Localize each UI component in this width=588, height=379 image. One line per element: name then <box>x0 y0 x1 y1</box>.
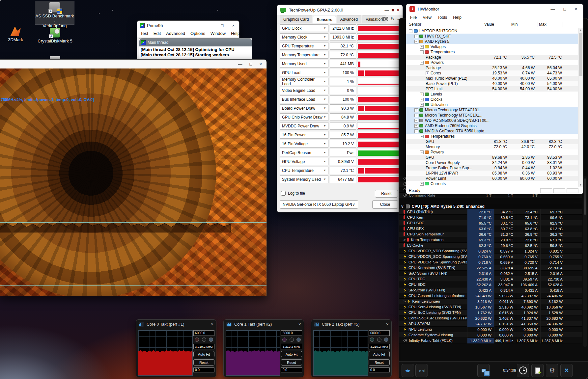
auto-fit-button[interactable]: Auto Fit <box>193 351 214 357</box>
prime95-titlebar[interactable]: P Prime95 — □ × <box>137 21 239 30</box>
restore-icon[interactable]: □ <box>250 62 252 67</box>
core0-titlebar[interactable]: Core 0 Takt (perf #1) × <box>136 320 216 329</box>
hwinfo-row[interactable]: SR-Strom (SVI3 TFN)0.423 A0.314 A0.431 A… <box>399 287 582 293</box>
tree-row[interactable]: Package72.1 °C36.5 °C72.5 °C <box>406 55 578 60</box>
hwinfo-row[interactable]: CPU TDC22.430 A3.881 A39.597 A22.730 A <box>399 276 582 282</box>
menu-help[interactable]: Help <box>231 31 240 36</box>
close-icon[interactable]: × <box>259 62 262 67</box>
scale-max-input[interactable]: 6000.0 <box>281 330 302 336</box>
scale-min-input[interactable]: 0.0 <box>193 367 214 372</box>
reset-button[interactable]: Reset <box>281 359 302 365</box>
tree-row[interactable]: −LAPTOP-5JH7DOON <box>406 28 578 34</box>
tree-expander[interactable]: + <box>420 103 424 107</box>
cpu-section-header[interactable]: ∨CPU [#0]: AMD Ryzen 5 240: Enhanced <box>399 203 582 209</box>
sensor-dropdown[interactable]: System Memory Used▼ <box>280 176 328 183</box>
hwinfo-row[interactable]: >Kern-Leistungen3.216 W0.011 W7.693 W3.1… <box>399 299 582 304</box>
reset-button[interactable]: Reset <box>193 359 214 365</box>
tree-row[interactable]: +HWK RX_SKF <box>406 34 578 39</box>
expand-columns-button[interactable]: ◀▶ <box>402 364 414 377</box>
scale-max-input[interactable]: 6000.0 <box>193 330 214 336</box>
tab-graphics-card[interactable]: Graphics Card <box>280 15 312 23</box>
sensor-dropdown[interactable]: Memory Clock▼ <box>280 33 328 41</box>
hwinfo-row[interactable]: CPU VDDCR_SOC Spannung (SVI...0.760 V0.6… <box>399 254 582 259</box>
tree-row[interactable]: +Voltages <box>406 44 578 49</box>
series-color-dots[interactable] <box>369 338 390 342</box>
tree-row[interactable]: Memory72.0 °C42.0 °C72.0 °C <box>406 144 578 149</box>
tree-row[interactable]: Frame Buffer Power Sup...0.84 W0.44 W1.0… <box>406 165 578 171</box>
hwinfo-row[interactable]: CPU-SoC-Leistung (SVI3 TFN)1.762 W0.615 … <box>399 310 582 315</box>
tree-expander[interactable]: + <box>420 93 424 96</box>
menu-window[interactable]: Window <box>210 31 226 36</box>
sensor-dropdown[interactable]: Video Engine Load▼ <box>280 87 328 94</box>
hwinfo-row[interactable]: >Kern-Temperaturen69.3 °C29.0 °C72.8 °C6… <box>399 237 582 243</box>
tree-expander[interactable]: + <box>420 182 424 186</box>
tree-row[interactable]: −NVIDIA GeForce RTX 5050 Lapto... <box>406 128 578 134</box>
tree-row[interactable]: +Utilization <box>406 102 578 107</box>
hwinfo-row[interactable]: Infinity Fabric Takt (FCLK)1.332,9 MHz49… <box>399 338 582 343</box>
hwinfo-row[interactable]: CPU-Gesamt-Leistungsaufnahme24.649 W5.05… <box>399 293 582 299</box>
close-sensors-button[interactable]: × <box>560 364 573 377</box>
sensor-dropdown[interactable]: Bus Interface Load▼ <box>280 95 328 103</box>
tree-row[interactable]: PPT Limit54.00 W54.00 W54.00 W <box>406 86 578 92</box>
sensor-dropdown[interactable]: Board Power Draw▼ <box>280 104 328 112</box>
remote-monitor-button[interactable] <box>477 364 490 377</box>
hwmonitor-titlebar[interactable]: HWMonitor — □ × <box>406 4 583 14</box>
close-button[interactable]: Close <box>372 200 398 209</box>
tree-row[interactable]: +Cores19.53 W0.74 W44.73 W <box>406 70 578 76</box>
sensor-dropdown[interactable]: Memory Temperature▼ <box>280 51 328 59</box>
hwinfo-row[interactable]: CPU (Tctl/Tdie)72.0 °C34.2 °C72.4 °C69.7… <box>399 209 582 215</box>
hwinfo-row[interactable]: CPU VDDCR_VDD Spannung (SVI...0.824 V0.5… <box>399 248 582 254</box>
close-icon[interactable]: × <box>232 23 235 28</box>
maximize-icon[interactable]: □ <box>564 7 566 12</box>
close-icon[interactable]: × <box>298 322 301 327</box>
hwinfo-row[interactable]: APU GFX63.6 °C30.7 °C63.8 °C61.3 °C <box>399 226 582 231</box>
tree-row[interactable]: GPU89.68 W2.86 W93.53 W <box>406 155 578 160</box>
tab-sensors[interactable]: Sensors <box>313 16 336 23</box>
sensor-dropdown[interactable]: GPU Chip Power Draw▼ <box>280 113 328 121</box>
furmark-titlebar[interactable]: — □ × <box>0 60 266 68</box>
tree-row[interactable]: +Levels <box>406 92 578 97</box>
tree-expander[interactable]: − <box>420 61 424 65</box>
tree-expander[interactable]: − <box>414 40 418 43</box>
sensor-dropdown[interactable]: 16-Pin Power▼ <box>280 131 328 139</box>
hwinfo-row[interactable]: L3 Cache62.3 °C29.6 °C62.5 °C59.8 °C <box>399 243 582 248</box>
auto-fit-button[interactable]: Auto Fit <box>369 351 390 357</box>
menu-view[interactable]: View <box>423 15 432 20</box>
hwinfo-row[interactable]: Core+SoC+SR Leistung (SVI3 TFN)20.632 W3… <box>399 315 582 321</box>
sensor-dropdown[interactable]: GPU Load▼ <box>280 69 328 76</box>
hwinfo-row[interactable]: NPU Leistung0.000 W0.000 W0.000 W0.000 W <box>399 327 582 332</box>
menu-advanced[interactable]: Advanced <box>166 31 185 36</box>
hwinfo-row[interactable]: CPU EDC52.262 A33.947 A106.409 A52.628 A <box>399 282 582 287</box>
tree-row[interactable]: −Powers <box>406 149 578 155</box>
settings-button[interactable]: ⚙ <box>546 364 558 377</box>
clock-button[interactable] <box>517 364 529 377</box>
hwinfo-row[interactable]: CPU SOC65.5 °C33.1 °C65.6 °C62.9 °C <box>399 220 582 226</box>
tree-expander[interactable]: + <box>420 98 424 101</box>
minimize-icon[interactable]: — <box>551 7 555 12</box>
tree-expander[interactable]: − <box>420 50 424 54</box>
tree-row[interactable]: +Micron Technology MTC4C101... <box>406 107 578 113</box>
minimize-icon[interactable]: — <box>238 62 242 67</box>
scale-min-input[interactable]: 0.0 <box>281 367 302 372</box>
refresh-icon[interactable]: ↻ <box>391 16 395 21</box>
maximize-icon[interactable]: ■ <box>392 8 394 13</box>
sensor-dropdown[interactable]: CPU Temperature▼ <box>280 167 328 174</box>
menu-test[interactable]: Test <box>140 31 148 36</box>
close-icon[interactable]: × <box>211 322 213 327</box>
close-icon[interactable]: × <box>386 322 389 327</box>
scale-max-input[interactable]: 6000.0 <box>369 330 390 336</box>
tree-row[interactable]: −Temperatures <box>406 49 578 55</box>
desktop-icon-as-ssd[interactable]: ↗ AS SSD Benchmark - Verknüpfung <box>35 1 74 24</box>
scale-min-input[interactable]: 0.0 <box>369 367 390 372</box>
sensor-dropdown[interactable]: GPU Temperature▼ <box>280 42 328 50</box>
sensor-dropdown[interactable]: 16-Pin Voltage▼ <box>280 140 328 148</box>
chevron-right-icon[interactable]: > <box>404 238 406 242</box>
report-button[interactable] <box>531 364 544 377</box>
close-icon[interactable]: × <box>574 7 577 12</box>
hwinfo-row[interactable]: CPU-Kernstrom (SVI3 TFN)22.525 A3.878 A3… <box>399 265 582 271</box>
tree-row[interactable]: +WD PC SN5000S SDEQNSJ-1T00... <box>406 118 578 123</box>
chevron-down-icon[interactable]: ∨ <box>401 204 404 209</box>
tree-expander[interactable]: − <box>420 135 424 138</box>
log-to-file-checkbox[interactable]: Log to file <box>281 191 305 196</box>
hwinfo-row[interactable]: SoC-Strom (SVI3 TFN)2.316 A0.932 A2.515 … <box>399 271 582 276</box>
